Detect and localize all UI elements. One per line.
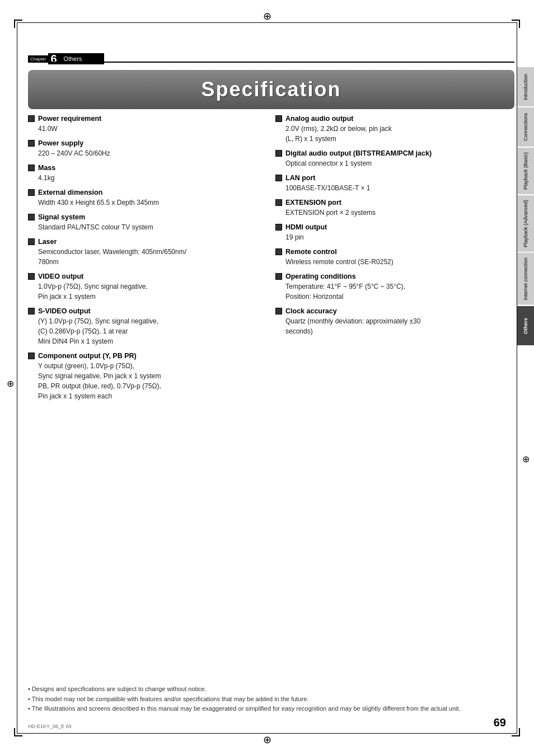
spec-heading: LAN port: [275, 174, 512, 182]
spec-bullet-icon: [275, 224, 282, 231]
spec-heading-label: Remote control: [285, 248, 337, 256]
sidebar-tab-others[interactable]: Others: [517, 306, 534, 345]
spec-heading: Power requirement: [28, 115, 264, 123]
spec-bullet-icon: [275, 308, 282, 314]
spec-bullet-icon: [275, 115, 282, 122]
spec-item: VIDEO output1.0Vp-p (75Ω), Sync signal n…: [28, 273, 264, 302]
spec-item: Operating conditionsTemperature: 41°F ~ …: [275, 273, 512, 302]
footer-file-info: HD-E1KY_06_E 69: [28, 724, 72, 729]
spec-value: 19 pin: [275, 232, 512, 242]
footer-notes: • Designs and specifications are subject…: [28, 684, 512, 714]
spec-bullet-icon: [275, 175, 282, 181]
chapter-title: Others: [59, 53, 104, 64]
page-number: 69: [494, 716, 506, 729]
spec-value: Temperature: 41°F ~ 95°F (5°C ~ 35°C),Po…: [275, 281, 512, 302]
spec-heading-label: LAN port: [285, 174, 315, 182]
sidebar-tab-introduction[interactable]: Introduction: [517, 67, 534, 106]
spec-item: EXTENSION portEXTENSION port × 2 systems: [275, 199, 512, 218]
spec-heading-label: Digital audio output (BITSTREAM/PCM jack…: [285, 149, 432, 157]
spec-bullet-icon: [275, 199, 282, 206]
spec-value: Y output (green), 1.0Vp-p (75Ω),Sync sig…: [28, 361, 264, 401]
spec-value: Width 430 x Height 65.5 x Depth 345mm: [28, 198, 264, 208]
spec-value: Standard PAL/NTSC colour TV system: [28, 222, 264, 232]
chapter-number: 6: [48, 53, 59, 64]
reg-mark-bottom: ⊕: [263, 734, 271, 746]
spec-item: Digital audio output (BITSTREAM/PCM jack…: [275, 149, 512, 168]
spec-heading-label: Power supply: [38, 139, 83, 147]
spec-heading: VIDEO output: [28, 273, 264, 280]
spec-item: HDMI output19 pin: [275, 223, 512, 242]
spec-bullet-icon: [28, 189, 35, 196]
corner-mark-tl: [14, 20, 22, 28]
spec-value: 2.0V (rms), 2.2kΩ or below, pin jack(L, …: [275, 124, 512, 144]
spec-value: 4.1kg: [28, 173, 264, 183]
spec-bullet-icon: [28, 273, 35, 280]
spec-heading-label: External dimension: [38, 189, 102, 196]
spec-value: 1.0Vp-p (75Ω), Sync signal negative,Pin …: [28, 281, 264, 302]
sidebar-tabs: IntroductionConnectionsPlayback (Basic)P…: [517, 67, 534, 345]
spec-value: 220 – 240V AC 50/60Hz: [28, 148, 264, 158]
sidebar-tab-playback-basic[interactable]: Playback (Basic): [517, 148, 534, 194]
spec-bullet-icon: [28, 115, 35, 122]
spec-heading: Component output (Y, PB PR): [28, 352, 264, 360]
spec-heading-label: Laser: [38, 238, 57, 246]
spec-item: Mass4.1kg: [28, 164, 264, 183]
spec-heading: Digital audio output (BITSTREAM/PCM jack…: [275, 149, 512, 157]
sidebar-tab-connections[interactable]: Connections: [517, 107, 534, 147]
spec-heading: Power supply: [28, 139, 264, 147]
spec-item: External dimensionWidth 430 x Height 65.…: [28, 189, 264, 208]
spec-heading: Mass: [28, 164, 264, 172]
spec-value: Semiconductor laser, Wavelength: 405nm/6…: [28, 247, 264, 267]
spec-heading: External dimension: [28, 189, 264, 196]
spec-heading-label: Power requirement: [38, 115, 101, 123]
chapter-header: Chapter 6 Others: [28, 53, 104, 64]
main-title: Specification: [39, 78, 503, 101]
chapter-line: [28, 62, 514, 63]
spec-bullet-icon: [275, 150, 282, 157]
spec-heading: HDMI output: [275, 223, 512, 231]
spec-item: S-VIDEO output(Y) 1.0Vp-p (75Ω), Sync si…: [28, 307, 264, 346]
spec-bullet-icon: [275, 273, 282, 280]
spec-heading-label: VIDEO output: [38, 273, 83, 280]
spec-heading-label: Operating conditions: [285, 273, 356, 280]
spec-heading-label: Mass: [38, 164, 55, 172]
spec-item: LaserSemiconductor laser, Wavelength: 40…: [28, 238, 264, 267]
spec-heading: Operating conditions: [275, 273, 512, 280]
spec-heading: S-VIDEO output: [28, 307, 264, 315]
spec-heading-label: Component output (Y, PB PR): [38, 352, 137, 360]
spec-heading: Clock accuracy: [275, 307, 512, 315]
spec-heading-label: Clock accuracy: [285, 307, 337, 315]
footer-note: • Designs and specifications are subject…: [28, 684, 512, 694]
reg-mark-top: ⊕: [263, 10, 271, 22]
content-area: Power requirement41.0WPower supply220 – …: [28, 115, 512, 407]
spec-bullet-icon: [28, 238, 35, 245]
spec-value: Optical connector x 1 system: [275, 158, 512, 168]
specs-left-column: Power requirement41.0WPower supply220 – …: [28, 115, 264, 407]
page-border-top: [17, 22, 517, 23]
spec-item: Power requirement41.0W: [28, 115, 264, 134]
spec-bullet-icon: [28, 165, 35, 171]
sidebar-tab-playback-advanced[interactable]: Playback (Advanced): [517, 195, 534, 252]
spec-heading: Signal system: [28, 213, 264, 221]
spec-item: LAN port100BASE-TX/10BASE-T × 1: [275, 174, 512, 193]
spec-heading-label: Signal system: [38, 213, 85, 221]
spec-heading: Laser: [28, 238, 264, 246]
footer-note: • The Illustrations and screens describe…: [28, 704, 512, 714]
reg-mark-right: ⊕: [522, 454, 530, 464]
corner-mark-tr: [512, 20, 520, 28]
spec-heading-label: S-VIDEO output: [38, 307, 91, 315]
spec-value: (Y) 1.0Vp-p (75Ω), Sync signal negative,…: [28, 316, 264, 346]
spec-value: 100BASE-TX/10BASE-T × 1: [275, 183, 512, 193]
spec-bullet-icon: [275, 248, 282, 255]
main-title-area: Specification: [28, 70, 514, 109]
footer-note: • This model may not be compatible with …: [28, 694, 512, 705]
sidebar-tab-internet[interactable]: Internet connection: [517, 253, 534, 305]
spec-item: Power supply220 – 240V AC 50/60Hz: [28, 139, 264, 158]
spec-heading-label: HDMI output: [285, 223, 327, 231]
corner-mark-br: [512, 728, 520, 736]
spec-value: Wireless remote control (SE-R0252): [275, 257, 512, 267]
spec-item: Signal systemStandard PAL/NTSC colour TV…: [28, 213, 264, 232]
spec-item: Component output (Y, PB PR)Y output (gre…: [28, 352, 264, 401]
spec-item: Analog audio output2.0V (rms), 2.2kΩ or …: [275, 115, 512, 144]
spec-heading-label: EXTENSION port: [285, 199, 341, 206]
